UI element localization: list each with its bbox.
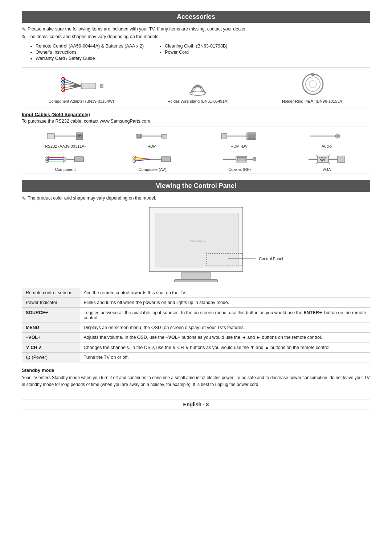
svg-rect-63: [253, 157, 256, 161]
cable-image-rs232: [44, 130, 87, 143]
footer-bar: English - 3: [22, 399, 370, 410]
svg-point-74: [324, 159, 326, 160]
svg-point-75: [321, 160, 322, 161]
cable-image-audio: [305, 130, 348, 143]
cable-rs232: RS232 (AA39-00311A): [44, 130, 87, 148]
svg-point-16: [309, 81, 317, 88]
svg-point-72: [322, 159, 323, 160]
svg-point-13: [190, 91, 206, 95]
accessories-note-1: ✎ Please make sure the following items a…: [22, 26, 370, 32]
cable-label-audio: Audio: [305, 144, 348, 148]
svg-line-80: [316, 155, 318, 157]
svg-point-35: [249, 135, 249, 135]
cable-label-composite: Composite (AV): [131, 167, 174, 172]
svg-point-37: [251, 135, 252, 135]
svg-point-15: [306, 77, 320, 91]
svg-point-68: [322, 157, 323, 159]
control-panel-callout: Control Panel: [228, 256, 283, 261]
tv-body: SAMSUNG: [149, 207, 243, 272]
svg-rect-12: [100, 84, 103, 88]
svg-rect-30: [137, 135, 141, 137]
svg-line-82: [316, 163, 318, 164]
tv-diagram-container: SAMSUNG Control Panel: [22, 207, 370, 282]
svg-line-81: [328, 155, 330, 157]
svg-text:SAMSUNG: SAMSUNG: [189, 239, 205, 243]
svg-point-17: [311, 73, 314, 76]
cable-label-component: Component: [44, 167, 87, 172]
cables-row-1: RS232 (AA39-00311A) HDMI: [22, 127, 370, 150]
cables-grid: RS232 (AA39-00311A) HDMI: [22, 127, 370, 173]
cable-label-rs232: RS232 (AA39-00311A): [44, 144, 87, 148]
tv-diagram: SAMSUNG Control Panel: [120, 207, 272, 282]
svg-point-71: [320, 159, 321, 160]
standby-text: Your TV enters Standby mode when you tur…: [22, 374, 370, 388]
cables-row-2: Component: [22, 150, 370, 173]
accessories-section: Accessories ✎ Please make sure the follo…: [22, 11, 370, 173]
svg-point-73: [323, 159, 324, 160]
feature-name-5: ∨ CH ∧: [22, 342, 80, 353]
svg-point-69: [324, 157, 325, 159]
svg-point-23: [79, 135, 80, 136]
feature-name-6: ⏻ (Power): [22, 353, 80, 362]
feature-desc-3: Displays an on-screen menu, the OSD (on …: [80, 323, 370, 333]
feature-name-1: Power Indicator: [22, 298, 80, 308]
cable-image-hdmi: [131, 130, 174, 143]
footer-text: English - 3: [183, 402, 209, 407]
feature-desc-4: Adjusts the volume. In the OSD, use the …: [80, 333, 370, 342]
feature-desc-0: Aim the remote control towards this spot…: [80, 288, 370, 298]
bullet-left-3: Warranty Card / Safety Guide: [36, 56, 144, 61]
cable-coaxial: Coaxial (RF): [218, 153, 261, 172]
svg-point-39: [250, 136, 250, 137]
svg-point-36: [250, 135, 250, 135]
feature-row-5: ∨ CH ∧ Changes the channels. In the OSD,…: [22, 342, 370, 353]
cable-image-composite: [131, 153, 174, 166]
svg-rect-50: [74, 157, 83, 162]
cable-label-hdmi-dvi: HDMI-DVI: [218, 144, 261, 148]
acc-image-component-adapter: [49, 75, 114, 97]
feature-row-1: Power Indicator Blinks and turns off whe…: [22, 298, 370, 308]
svg-rect-31: [221, 134, 227, 139]
note-icon-1: ✎: [22, 26, 26, 32]
bullets-right: Cleaning Cloth (BN63-01798B) Power Cord: [158, 44, 227, 62]
feature-row-6: ⏻ (Power) Turns the TV on or off.: [22, 353, 370, 362]
svg-rect-10: [81, 83, 96, 89]
features-table: Remote control sensor Aim the remote con…: [22, 288, 370, 362]
svg-rect-58: [162, 157, 171, 162]
acc-item-holder-wire: Holder-Wire stand (BN61-05491A): [167, 75, 228, 103]
svg-point-38: [249, 136, 249, 137]
svg-point-66: [319, 157, 320, 159]
input-cables-note: To purchase the RS232 cable, contact www…: [22, 119, 370, 124]
control-panel-section: Viewing the Control Panel ✎ The product …: [22, 180, 370, 388]
feature-row-0: Remote control sensor Aim the remote con…: [22, 288, 370, 298]
svg-point-42: [336, 135, 339, 137]
input-cables-section: Input Cables (Sold Separately) To purcha…: [22, 112, 370, 173]
cable-vga: VGA: [305, 153, 348, 172]
control-panel-note: ✎ The product color and shape may vary d…: [22, 196, 370, 201]
feature-name-2: SOURCE↵: [22, 308, 80, 323]
svg-rect-29: [162, 134, 167, 138]
note-icon-2: ✎: [22, 34, 26, 40]
accessories-note-2: ✎ The items' colors and shapes may vary …: [22, 34, 370, 40]
accessories-bullets: Remote Control (AA59-00444A) & Batteries…: [29, 44, 370, 62]
acc-item-holder-ring: Holder-Ring (4EA) (BN96-18153A): [282, 71, 343, 103]
input-cables-title: Input Cables (Sold Separately): [22, 112, 370, 117]
feature-name-4: −VOL+: [22, 333, 80, 342]
bullet-left-1: Remote Control (AA59-00444A) & Batteries…: [36, 44, 144, 49]
cable-component: Component: [44, 153, 87, 172]
svg-rect-61: [237, 157, 245, 161]
feature-desc-2: Toggles between all the available input …: [80, 308, 370, 323]
acc-image-holder-ring: [282, 71, 343, 97]
svg-point-67: [321, 157, 322, 159]
cable-label-vga: VGA: [305, 167, 348, 172]
acc-label-holder-ring: Holder-Ring (4EA) (BN96-18153A): [282, 99, 343, 103]
acc-image-holder-wire: [167, 75, 228, 97]
cable-composite: Composite (AV): [131, 153, 174, 172]
feature-name-0: Remote control sensor: [22, 288, 80, 298]
bullets-left: Remote Control (AA59-00444A) & Batteries…: [29, 44, 144, 62]
acc-label-holder-wire: Holder-Wire stand (BN61-05491A): [167, 99, 228, 103]
cable-hdmi: HDMI: [131, 130, 174, 148]
bullet-right-2: Power Cord: [165, 50, 227, 55]
acc-label-component-adapter: Component Adapter (BN39-01154W): [49, 99, 114, 103]
svg-point-24: [80, 135, 81, 136]
accessories-title: Accessories: [22, 11, 370, 23]
